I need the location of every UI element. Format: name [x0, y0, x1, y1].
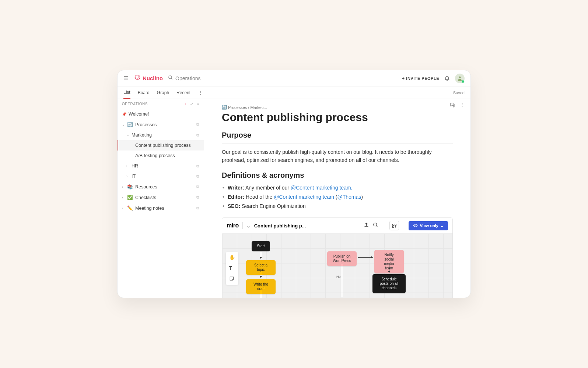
flow-arrow — [358, 257, 373, 258]
canvas-toolbar: ✋ T — [226, 252, 238, 285]
sidebar-item-hr[interactable]: › HR ⧉ — [118, 161, 204, 171]
text-tool-icon[interactable]: T — [226, 263, 238, 273]
chevron-right-icon: › — [122, 185, 125, 189]
heading-definitions[interactable]: Definitions & acronyms — [222, 171, 453, 180]
miro-canvas[interactable]: ✋ T Start Select a topic Write the draft — [222, 234, 452, 298]
invite-icon: +⁠ — [402, 76, 405, 81]
sidebar-item-ab-testing[interactable]: A/B testing process — [118, 151, 204, 161]
sidebar-item-label: Marketing — [132, 132, 152, 138]
page-icon[interactable]: ⧉ — [196, 195, 199, 200]
hamburger-icon[interactable]: ☰ — [123, 75, 129, 82]
tab-recent[interactable]: Recent — [176, 87, 190, 99]
sidebar-item-content-publishing[interactable]: Content publishing process — [118, 140, 204, 151]
svg-rect-5 — [393, 224, 394, 225]
sidebar-item-label: A/B testing process — [135, 153, 175, 158]
page-icon[interactable]: ⧉ — [196, 184, 199, 189]
svg-point-8 — [415, 225, 416, 226]
chevron-right-icon: › — [126, 164, 129, 168]
search-icon — [168, 75, 173, 81]
logo-text: Nuclino — [143, 75, 163, 81]
saved-status: Saved — [453, 91, 465, 95]
sidebar-header: OPERATIONS + ⤢ « — [118, 99, 204, 109]
tab-list[interactable]: List — [123, 86, 130, 99]
list-item[interactable]: Editor: Head of the @Content marketing t… — [228, 192, 453, 202]
more-icon[interactable]: ⋮ — [460, 102, 465, 109]
sidebar-pinned-welcome[interactable]: 📌 Welcome! — [118, 109, 204, 119]
page-title[interactable]: Content publishing process — [222, 111, 453, 124]
def-text: Head of the — [244, 194, 274, 200]
search-icon[interactable] — [373, 222, 378, 229]
page-icon[interactable]: ⧉ — [196, 164, 199, 169]
embed-title[interactable]: Content publishing p... — [254, 223, 360, 229]
sidebar-item-it[interactable]: › IT ⧉ — [118, 171, 204, 181]
search-input[interactable]: Operations — [168, 75, 200, 81]
tab-board[interactable]: Board — [138, 87, 150, 99]
svg-point-3 — [374, 223, 377, 226]
tab-more-icon[interactable]: ⋮ — [198, 90, 203, 96]
list-item[interactable]: Writer: Any member of our @Content marke… — [228, 183, 453, 192]
search-placeholder: Operations — [175, 75, 200, 81]
logo[interactable]: Nuclino — [134, 74, 163, 82]
notifications-icon[interactable] — [444, 75, 450, 82]
app-window: ☰ Nuclino Operations +⁠ INVITE PEOPLE Li… — [117, 70, 471, 298]
miro-logo[interactable]: miro — [227, 222, 239, 229]
svg-rect-6 — [395, 224, 396, 225]
board-menu-icon[interactable]: ⌄ — [246, 223, 251, 229]
collapse-icon[interactable]: « — [197, 102, 199, 106]
expand-icon[interactable]: ⤢ — [190, 102, 193, 106]
avatar[interactable] — [455, 74, 465, 83]
svg-point-2 — [459, 76, 461, 78]
flow-arrow — [261, 290, 261, 298]
mention-link[interactable]: @Content marketing team. — [291, 185, 353, 191]
chevron-down-icon: ⌄ — [126, 133, 129, 137]
separator — [242, 222, 243, 229]
flow-node-start[interactable]: Start — [252, 241, 270, 251]
sidebar-item-label: Resources — [135, 184, 157, 190]
sidebar-title: OPERATIONS — [122, 102, 148, 106]
sidebar-item-label: Content publishing process — [135, 143, 191, 148]
eye-icon — [413, 223, 418, 229]
add-item-icon[interactable]: + — [184, 102, 186, 106]
page-icon[interactable]: ⧉ — [196, 122, 199, 127]
apps-icon[interactable] — [389, 221, 399, 230]
chevron-down-icon: ⌄ — [122, 123, 125, 127]
sidebar-item-processes[interactable]: ⌄ 🔄 Processes ⧉ — [118, 119, 204, 130]
chevron-down-icon: ⌄ — [440, 223, 444, 228]
topbar: ☰ Nuclino Operations +⁠ INVITE PEOPLE — [118, 70, 470, 86]
mention-link[interactable]: @Content marketing team — [274, 194, 334, 200]
sidebar-item-checklists[interactable]: › ✅ Checklists ⧉ — [118, 192, 204, 203]
def-label: Writer: — [228, 185, 244, 191]
brain-icon — [134, 74, 141, 82]
view-only-badge[interactable]: View only ⌄ — [409, 221, 448, 230]
view-tabs: List Board Graph Recent ⋮ Saved — [118, 86, 470, 99]
pencil-icon: ✏️ — [127, 205, 133, 211]
folder-icon: 🔄 — [127, 122, 133, 127]
page-icon[interactable]: ⧉ — [196, 133, 199, 138]
upload-icon[interactable] — [364, 222, 369, 229]
page-icon[interactable]: ⧉ — [196, 174, 199, 179]
svg-line-1 — [171, 78, 172, 79]
sidebar-item-resources[interactable]: › 📚 Resources ⧉ — [118, 181, 204, 192]
divider — [222, 143, 453, 144]
purpose-paragraph[interactable]: Our goal is to consistently publish high… — [222, 148, 453, 164]
definitions-list[interactable]: Writer: Any member of our @Content marke… — [222, 183, 453, 211]
invite-people-button[interactable]: +⁠ INVITE PEOPLE — [402, 76, 439, 81]
document-content: ⋮ 🔄 Processes / Marketi... Content publi… — [204, 99, 470, 298]
page-icon[interactable]: ⧉ — [196, 206, 199, 210]
heading-purpose[interactable]: Purpose — [222, 131, 453, 139]
sidebar-item-label: Meeting notes — [135, 206, 164, 211]
breadcrumb-part: Processes — [228, 105, 247, 110]
sidebar-item-meeting-notes[interactable]: › ✏️ Meeting notes ⧉ — [118, 203, 204, 213]
tab-graph[interactable]: Graph — [157, 87, 169, 99]
list-item[interactable]: SEO: Search Engine Optimization — [228, 202, 453, 211]
sticky-tool-icon[interactable] — [226, 273, 238, 285]
flow-node-schedule[interactable]: Schedule posts on all channels — [372, 274, 406, 293]
comments-icon[interactable] — [450, 102, 455, 109]
breadcrumb[interactable]: 🔄 Processes / Marketi... — [222, 105, 465, 110]
sidebar-item-label: HR — [132, 163, 138, 169]
flow-arrow — [389, 265, 389, 273]
mention-link[interactable]: @Thomas — [337, 194, 361, 200]
embed-toolbar: miro ⌄ Content publishing p... — [222, 218, 452, 234]
sidebar-item-marketing[interactable]: ⌄ Marketing ⧉ — [118, 130, 204, 140]
hand-tool-icon[interactable]: ✋ — [226, 252, 238, 263]
